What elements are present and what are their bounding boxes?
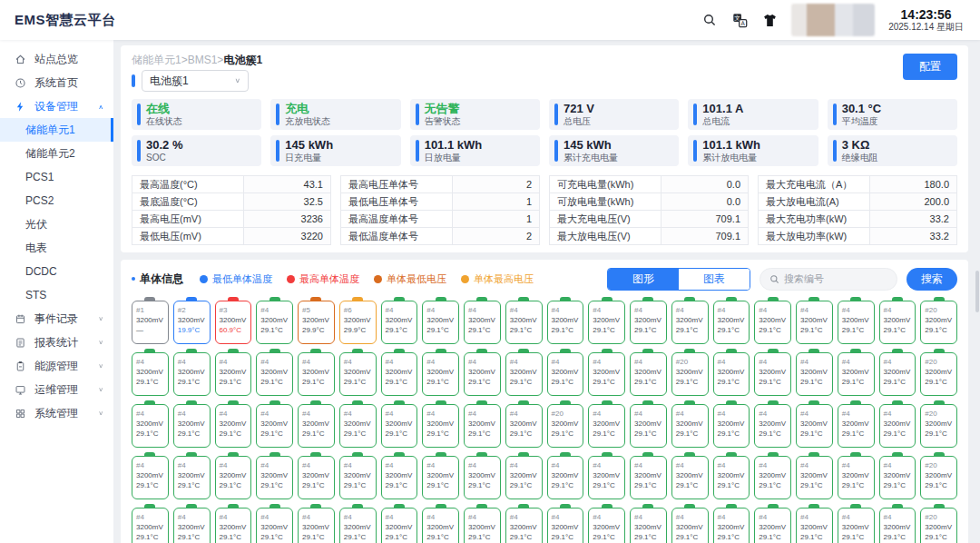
search-box[interactable] — [760, 268, 897, 291]
sidebar-item[interactable]: STS — [0, 283, 113, 307]
battery-cell[interactable]: #43200mV29.1°C — [381, 404, 418, 448]
battery-cell[interactable]: #43200mV29.1°C — [547, 301, 584, 344]
battery-cell[interactable]: #43200mV29.1°C — [547, 508, 584, 543]
battery-cell[interactable]: #43200mV29.1°C — [713, 352, 750, 396]
cluster-select[interactable]: 电池簇1 ∨ — [142, 70, 249, 92]
battery-cell[interactable]: #43200mV29.1°C — [713, 404, 750, 448]
battery-cell[interactable]: #43200mV29.1°C — [215, 508, 252, 543]
battery-cell[interactable]: #43200mV29.1°C — [671, 404, 709, 448]
battery-cell[interactable]: #43200mV29.1°C — [754, 404, 791, 448]
battery-cell[interactable]: #43200mV29.1°C — [547, 456, 584, 499]
battery-cell[interactable]: #43200mV29.1°C — [713, 456, 750, 499]
view-toggle-graphic[interactable]: 图形 — [608, 269, 679, 290]
battery-cell[interactable]: #43200mV29.1°C — [838, 404, 875, 448]
battery-cell[interactable]: #43200mV29.1°C — [132, 508, 169, 543]
sidebar-item[interactable]: 系统首页 — [0, 71, 113, 94]
battery-cell[interactable]: #43200mV29.1°C — [422, 456, 459, 499]
battery-cell[interactable]: #43200mV29.1°C — [796, 456, 833, 499]
battery-cell[interactable]: #43200mV29.1°C — [173, 352, 211, 396]
battery-cell[interactable]: #43200mV29.1°C — [132, 404, 169, 448]
battery-cell[interactable]: #203200mV29.1°C — [671, 352, 709, 396]
battery-cell[interactable]: #43200mV29.1°C — [588, 508, 625, 543]
battery-cell[interactable]: #43200mV29.1°C — [381, 352, 418, 396]
sidebar-item[interactable]: PCS1 — [0, 165, 113, 189]
battery-cell[interactable]: #43200mV29.1°C — [256, 352, 293, 396]
battery-cell[interactable]: #43200mV29.1°C — [671, 301, 709, 344]
battery-cell[interactable]: #43200mV29.1°C — [879, 301, 916, 344]
search-button[interactable]: 搜索 — [906, 268, 957, 291]
battery-cell[interactable]: #43200mV29.1°C — [256, 456, 293, 499]
battery-cell[interactable]: #43200mV29.1°C — [464, 508, 501, 543]
battery-cell[interactable]: #43200mV29.1°C — [339, 404, 377, 448]
battery-cell[interactable]: #33200mV60.9°C — [215, 301, 252, 344]
battery-cell[interactable]: #43200mV29.1°C — [630, 508, 667, 543]
battery-cell[interactable]: #43200mV29.1°C — [588, 456, 625, 499]
battery-cell[interactable]: #43200mV29.1°C — [464, 352, 501, 396]
battery-cell[interactable]: #203200mV29.1°C — [920, 456, 957, 499]
battery-cell[interactable]: #43200mV29.1°C — [505, 404, 543, 448]
battery-cell[interactable]: #203200mV29.1°C — [547, 404, 584, 448]
battery-cell[interactable]: #43200mV29.1°C — [796, 352, 833, 396]
battery-cell[interactable]: #43200mV29.1°C — [671, 508, 709, 543]
battery-cell[interactable]: #43200mV29.1°C — [796, 301, 833, 344]
battery-cell[interactable]: #43200mV29.1°C — [298, 456, 335, 499]
battery-cell[interactable]: #43200mV29.1°C — [588, 352, 625, 396]
sidebar-item[interactable]: 系统管理∨ — [0, 401, 113, 425]
battery-cell[interactable]: #43200mV29.1°C — [754, 508, 791, 543]
battery-cell[interactable]: #203200mV29.1°C — [920, 404, 957, 448]
battery-cell[interactable]: #43200mV29.1°C — [381, 456, 418, 499]
battery-cell[interactable]: #43200mV29.1°C — [215, 352, 252, 396]
sidebar-item[interactable]: 运维管理∨ — [0, 378, 113, 401]
battery-cell[interactable]: #43200mV29.1°C — [879, 456, 916, 499]
battery-cell[interactable]: #43200mV29.1°C — [132, 456, 169, 499]
sidebar-item[interactable]: 光伏 — [0, 212, 113, 236]
battery-cell[interactable]: #43200mV29.1°C — [464, 456, 501, 499]
battery-cell[interactable]: #43200mV29.1°C — [713, 508, 750, 543]
battery-cell[interactable]: #43200mV29.1°C — [838, 456, 875, 499]
battery-cell[interactable]: #43200mV29.1°C — [381, 301, 418, 344]
battery-cell[interactable]: #43200mV29.1°C — [838, 301, 875, 344]
battery-cell[interactable]: #43200mV29.1°C — [256, 508, 293, 543]
battery-cell[interactable]: #43200mV29.1°C — [754, 301, 791, 344]
battery-cell[interactable]: #43200mV29.1°C — [630, 301, 667, 344]
battery-cell[interactable]: #43200mV29.1°C — [464, 301, 501, 344]
battery-cell[interactable]: #43200mV29.1°C — [422, 301, 459, 344]
sidebar-item[interactable]: PCS2 — [0, 189, 113, 212]
battery-cell[interactable]: #43200mV29.1°C — [879, 508, 916, 543]
battery-cell[interactable]: #43200mV29.1°C — [838, 352, 875, 396]
battery-cell[interactable]: #203200mV29.1°C — [920, 508, 957, 543]
battery-cell[interactable]: #43200mV29.1°C — [173, 508, 211, 543]
battery-cell[interactable]: #43200mV29.1°C — [132, 352, 169, 396]
battery-cell[interactable]: #43200mV29.1°C — [754, 352, 791, 396]
sidebar-item[interactable]: 报表统计∨ — [0, 331, 113, 354]
battery-cell[interactable]: #43200mV29.1°C — [630, 404, 667, 448]
battery-cell[interactable]: #43200mV29.1°C — [588, 301, 625, 344]
battery-cell[interactable]: #43200mV29.1°C — [505, 301, 543, 344]
battery-cell[interactable]: #43200mV29.1°C — [547, 352, 584, 396]
scrollbar[interactable] — [975, 271, 979, 312]
search-input[interactable] — [784, 273, 884, 284]
sidebar-item[interactable]: 储能单元2 — [0, 142, 113, 165]
battery-cell[interactable]: #43200mV29.1°C — [879, 352, 916, 396]
battery-cell[interactable]: #43200mV29.1°C — [339, 508, 377, 543]
battery-cell[interactable]: #43200mV29.1°C — [630, 352, 667, 396]
battery-cell[interactable]: #43200mV29.1°C — [339, 456, 377, 499]
sidebar-item[interactable]: 事件记录∨ — [0, 307, 113, 331]
battery-cell[interactable]: #43200mV29.1°C — [505, 508, 543, 543]
battery-cell[interactable]: #43200mV29.1°C — [796, 508, 833, 543]
battery-cell[interactable]: #43200mV29.1°C — [879, 404, 916, 448]
battery-cell[interactable]: #43200mV29.1°C — [588, 404, 625, 448]
sidebar-item[interactable]: 站点总览 — [0, 47, 113, 71]
battery-cell[interactable]: #43200mV29.1°C — [173, 404, 211, 448]
battery-cell[interactable]: #43200mV29.1°C — [838, 508, 875, 543]
battery-cell[interactable]: #43200mV29.1°C — [298, 352, 335, 396]
battery-cell[interactable]: #23200mV19.9°C — [173, 301, 211, 344]
battery-cell[interactable]: #43200mV29.1°C — [796, 404, 833, 448]
battery-cell[interactable]: #43200mV29.1°C — [464, 404, 501, 448]
battery-cell[interactable]: #63200mV29.9°C — [339, 301, 377, 344]
battery-cell[interactable]: #43200mV29.1°C — [381, 508, 418, 543]
battery-cell[interactable]: #203200mV29.1°C — [920, 352, 957, 396]
battery-cell[interactable]: #43200mV29.1°C — [298, 404, 335, 448]
battery-cell[interactable]: #13200mV— — [132, 301, 169, 344]
battery-cell[interactable]: #43200mV29.1°C — [671, 456, 709, 499]
